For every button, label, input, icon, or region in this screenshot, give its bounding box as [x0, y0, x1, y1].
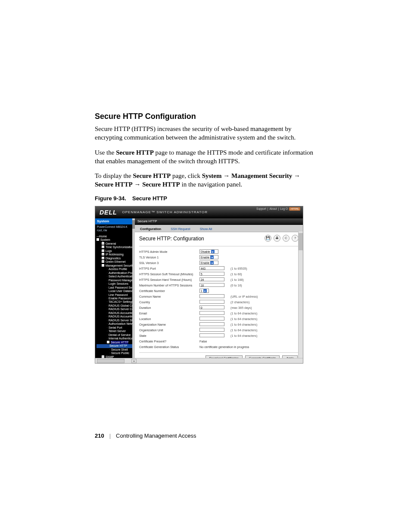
form-text-input[interactable] — [199, 322, 224, 326]
tree-item[interactable]: RADIUS Server Sta — [109, 319, 134, 322]
tree-item[interactable]: Local User Databa — [109, 289, 133, 293]
form-hint: (1 to 64 characters) — [227, 328, 257, 332]
tree-item[interactable]: RADIUS Global Co — [109, 304, 134, 308]
tree-item[interactable]: Serial Port — [109, 326, 122, 330]
form-select[interactable]: 1▾ — [199, 289, 209, 293]
save-icon[interactable]: 💾 — [265, 235, 271, 242]
tree-item[interactable]: Denial of Service — [109, 333, 131, 337]
form-label: SSL Version 3 — [139, 261, 199, 265]
tree-item[interactable]: Access Profile — [109, 268, 127, 271]
app-title: OPENMANAGE™ SWITCH ADMINISTRATOR — [122, 210, 208, 214]
content-scrollbar[interactable] — [298, 231, 303, 358]
chevron-down-icon[interactable]: ▾ — [210, 255, 214, 259]
tree-item[interactable]: Internal Authenticat — [109, 337, 134, 340]
refresh-icon[interactable]: C — [283, 235, 290, 242]
tab-bar: Configuration SSH Request Show All — [135, 225, 303, 232]
tree-item[interactable]: Password Manager — [109, 279, 134, 282]
tree-general[interactable]: General — [106, 242, 116, 246]
plus-icon[interactable] — [102, 253, 104, 255]
form-text-input[interactable]: 0 — [199, 305, 224, 309]
tree-secure-public[interactable]: Secure Public — [111, 352, 129, 355]
tree-item[interactable]: Select Authenticatio — [109, 275, 134, 278]
tree-item[interactable]: Login Sessions — [109, 282, 128, 286]
p2-a: Use the — [95, 149, 116, 156]
tree-item[interactable]: Enable Password — [109, 297, 131, 300]
help-icon[interactable]: ? — [292, 235, 299, 242]
minus-icon[interactable] — [97, 238, 99, 241]
form-text-input[interactable] — [199, 333, 224, 337]
paragraph-3: To display the Secure HTTP page, click S… — [95, 171, 316, 189]
tree-item[interactable]: TACACS+ Settings — [109, 300, 133, 304]
p3-b: Secure HTTP — [133, 172, 171, 179]
form-text-input[interactable] — [199, 317, 224, 320]
tree-home[interactable]: Home — [99, 235, 107, 238]
form-select[interactable]: Enable▾ — [199, 261, 218, 265]
tree-item[interactable]: Telnet Server — [109, 330, 126, 333]
tree-secure-shell[interactable]: Secure Shell — [111, 348, 128, 352]
form-label: Organization Name — [139, 323, 199, 327]
minus-icon[interactable] — [102, 264, 104, 267]
https-badge: HTTPS — [289, 207, 300, 211]
tree-logs[interactable]: Logs — [106, 249, 112, 253]
form-hint: (1 to 64 characters) — [227, 317, 257, 321]
tab-ssh-request[interactable]: SSH Request — [168, 226, 193, 232]
form-hint: (URL or IP address) — [227, 295, 258, 299]
tree-item[interactable]: RADIUS Accountin — [109, 315, 133, 318]
tree-timesync[interactable]: Time Synchronization — [106, 246, 134, 249]
tree-item[interactable]: Last Password Set — [109, 286, 133, 289]
tab-configuration[interactable]: Configuration — [137, 226, 164, 232]
chevron-down-icon[interactable]: ▾ — [203, 289, 207, 292]
chevron-down-icon[interactable]: ▾ — [210, 261, 214, 264]
form-text-input[interactable]: 24 — [199, 277, 224, 281]
form-text-input[interactable] — [199, 328, 224, 332]
panel-footer: Download Certificates Generate Certifica… — [139, 352, 299, 358]
support-link[interactable]: Support — [256, 207, 266, 210]
tree-green[interactable]: Green Ethernet — [106, 260, 125, 264]
form-hint: (1 to 64 characters) — [227, 311, 257, 315]
form-select[interactable]: Disable▾ — [199, 249, 218, 254]
tree-item[interactable]: RADIUS Server Co — [109, 308, 134, 311]
minus-icon[interactable] — [107, 341, 109, 343]
form-text-input[interactable]: 16 — [199, 283, 224, 287]
plus-icon[interactable] — [102, 249, 104, 252]
tree-secure-http-child[interactable]: Secure HTTP — [109, 344, 127, 348]
plus-icon[interactable] — [102, 260, 104, 263]
form-label: Organization Unit — [139, 328, 199, 332]
nav-tree[interactable]: —Home System General Time Synchronizatio… — [95, 234, 135, 358]
form-label: Certificate Number — [139, 289, 199, 293]
form-text-input[interactable] — [199, 300, 224, 304]
page-title: Controlling Management Access — [116, 432, 196, 439]
tree-secure-http[interactable]: Secure HTTP — [111, 341, 128, 344]
tab-show-all[interactable]: Show All — [197, 226, 215, 232]
horizontal-scrollbar[interactable]: ▸ — [95, 358, 303, 364]
form-text-input[interactable]: 443 — [199, 266, 224, 270]
tree-mgmtsec[interactable]: Management Security — [106, 264, 134, 268]
form-text-input[interactable]: 5 — [199, 272, 224, 276]
device-name: PowerConnect M8024-K root, r/w — [95, 224, 135, 234]
tree-item[interactable]: RADIUS Accountin — [109, 311, 133, 315]
tree-system[interactable]: System — [100, 238, 110, 242]
form-text-input[interactable] — [199, 294, 224, 298]
form-label: Certificate Present? — [139, 339, 199, 343]
panel-icon-bar: 💾 🖶 C ? — [265, 235, 299, 242]
p3-d: System — [202, 172, 222, 179]
arrow-1: → — [223, 172, 230, 179]
about-link[interactable]: About — [270, 207, 277, 210]
tree-item[interactable]: Authentication Profi — [109, 271, 134, 275]
form-hint: (1 to 168) — [227, 278, 244, 282]
tree-diag[interactable]: Diagnostics — [106, 257, 121, 260]
tree-item[interactable]: Line Password — [109, 293, 128, 297]
print-icon[interactable]: 🖶 — [274, 235, 280, 242]
plus-icon[interactable] — [102, 242, 104, 245]
tree-ipaddr[interactable]: IP Addressing — [106, 253, 124, 256]
plus-icon[interactable] — [102, 257, 104, 259]
tree-item[interactable]: Authorization Netw — [109, 322, 133, 326]
plus-icon[interactable] — [102, 246, 104, 248]
dell-logo: DELL — [100, 209, 117, 216]
form-select[interactable]: Enable▾ — [199, 255, 218, 259]
form-text-input[interactable] — [199, 311, 224, 315]
chevron-down-icon[interactable]: ▾ — [211, 250, 215, 253]
app-topbar: DELL OPENMANAGE™ SWITCH ADMINISTRATOR Su… — [95, 206, 303, 218]
logout-link[interactable]: Log O — [280, 207, 288, 210]
form-label: TLS Version 1 — [139, 255, 199, 259]
